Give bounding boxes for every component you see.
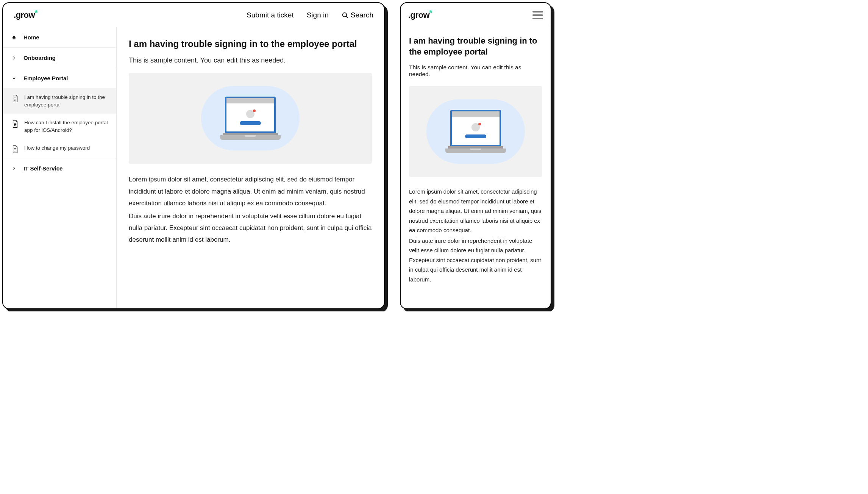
article-hero-image [409, 86, 542, 177]
article-body-p1: Lorem ipsum dolor sit amet, consectetur … [129, 174, 372, 209]
brand-logo[interactable]: .grow* [14, 10, 38, 20]
top-links: Submit a ticket Sign in Search [247, 11, 373, 19]
article-content: I am having trouble signing in to the em… [117, 27, 384, 308]
sign-in-link[interactable]: Sign in [307, 11, 329, 19]
article-body-p2: Duis aute irure dolor in reprehenderit i… [409, 236, 542, 285]
article-hero-image [129, 73, 372, 164]
document-icon [11, 94, 19, 105]
laptop-illustration [445, 110, 506, 153]
hamburger-menu-button[interactable] [532, 11, 543, 19]
top-bar: .grow* Submit a ticket Sign in Search [3, 3, 384, 27]
svg-point-0 [342, 13, 347, 17]
avatar-alert-icon [471, 123, 480, 131]
desktop-window: .grow* Submit a ticket Sign in Search Ho… [2, 2, 385, 309]
brand-logo[interactable]: .grow* [408, 10, 432, 20]
sidebar-article-label: I am having trouble signing in to the em… [24, 94, 108, 108]
chevron-down-icon [11, 77, 17, 80]
brand-name: .grow [408, 10, 429, 20]
search-label: Search [351, 11, 373, 19]
article-body-p1: Lorem ipsum dolor sit amet, consectetur … [409, 187, 542, 235]
article-title: I am having trouble signing in to the em… [409, 36, 542, 57]
sidebar-article-label: How can I install the employee portal ap… [24, 119, 108, 134]
mobile-top-bar: .grow* [401, 3, 551, 27]
hamburger-line [532, 18, 543, 19]
article-body: Lorem ipsum dolor sit amet, consectetur … [409, 187, 542, 284]
mobile-window: .grow* I am having trouble signing in to… [400, 2, 551, 309]
laptop-illustration [220, 97, 281, 140]
sidebar-article-install-app[interactable]: How can I install the employee portal ap… [3, 114, 116, 139]
search-button[interactable]: Search [342, 11, 373, 19]
svg-line-1 [346, 16, 348, 18]
chevron-right-icon [11, 166, 17, 170]
sidebar-item-home[interactable]: Home [3, 27, 116, 48]
article-intro: This is sample content. You can edit thi… [129, 56, 372, 64]
sidebar-item-onboarding[interactable]: Onboarding [3, 48, 116, 68]
sidebar-article-label: How to change my password [24, 144, 90, 152]
sidebar-onboarding-label: Onboarding [23, 55, 56, 61]
article-body: Lorem ipsum dolor sit amet, consectetur … [129, 174, 372, 246]
document-icon [11, 145, 19, 156]
sidebar-article-change-password[interactable]: How to change my password [3, 139, 116, 158]
article-title: I am having trouble signing in to the em… [129, 38, 372, 50]
article-intro: This is sample content. You can edit thi… [409, 64, 542, 78]
brand-name: .grow [14, 10, 35, 20]
mobile-article-content: I am having trouble signing in to the em… [401, 27, 551, 308]
sidebar-home-label: Home [23, 34, 39, 41]
sidebar-item-it-self-service[interactable]: IT Self-Service [3, 158, 116, 178]
sidebar-employee-portal-label: Employee Portal [23, 75, 68, 81]
article-body-p2: Duis aute irure dolor in reprehenderit i… [129, 210, 372, 246]
chevron-right-icon [11, 56, 17, 60]
sidebar-article-signin-trouble[interactable]: I am having trouble signing in to the em… [3, 88, 116, 114]
home-icon [11, 34, 17, 41]
sidebar-item-employee-portal[interactable]: Employee Portal [3, 68, 116, 88]
hamburger-line [532, 11, 543, 13]
brand-asterisk-icon: * [34, 8, 37, 17]
hamburger-line [532, 14, 543, 16]
sidebar: Home Onboarding Employee Portal I am hav… [3, 27, 117, 308]
sidebar-it-label: IT Self-Service [23, 165, 62, 172]
document-icon [11, 120, 19, 130]
submit-ticket-link[interactable]: Submit a ticket [247, 11, 294, 19]
avatar-alert-icon [246, 110, 254, 118]
brand-asterisk-icon: * [429, 8, 432, 17]
search-icon [342, 12, 348, 19]
body-row: Home Onboarding Employee Portal I am hav… [3, 27, 384, 308]
